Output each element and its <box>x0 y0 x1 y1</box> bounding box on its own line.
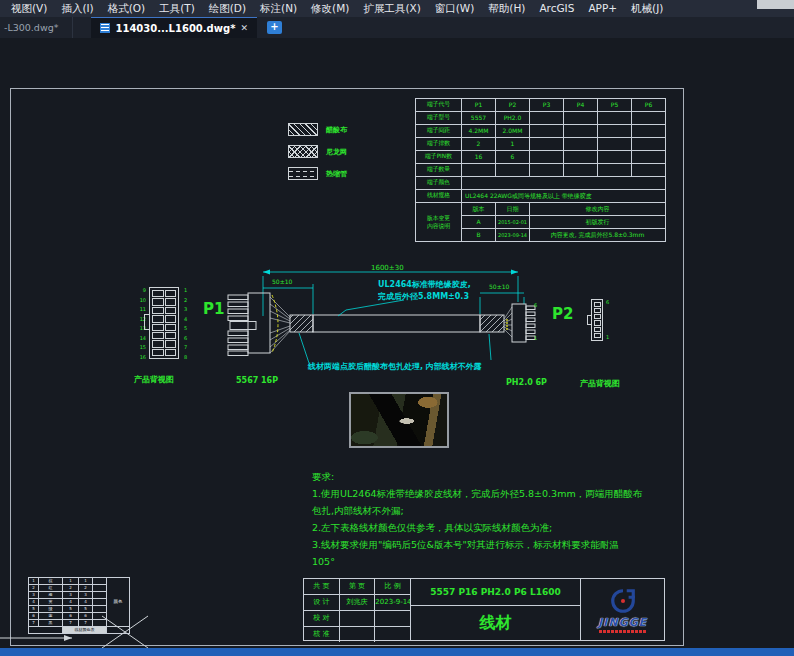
pin-cavity <box>152 315 164 322</box>
menu-item-3[interactable]: 工具(T) <box>152 0 202 17</box>
approver-row: 核 准 <box>304 627 410 642</box>
wire-cell: 6 <box>79 613 93 620</box>
pin-cavity <box>165 290 177 297</box>
menu-item-7[interactable]: 扩展工具(X) <box>356 0 427 17</box>
wire-bottom-cell: 线材颜色表 <box>63 627 107 634</box>
pin-number: 11 <box>131 307 146 312</box>
term-cell <box>598 151 632 164</box>
wire-cell: 2 <box>29 585 39 592</box>
pin-cavity <box>165 307 177 314</box>
pin-cavity <box>165 324 177 331</box>
pin-number: 8 <box>184 355 194 360</box>
term-cell <box>530 112 564 125</box>
approve-date <box>375 627 410 642</box>
p1-connector-type-label: 5567 16P <box>236 376 278 385</box>
revision-content-cell: 内容更改, 完成后外径5.8±0.3mm <box>530 229 666 242</box>
design-date: 2023-9-14 <box>375 595 410 610</box>
term-cell: 2.0MM <box>496 125 530 138</box>
wire-cell: 1 <box>63 578 79 585</box>
approver-label: 核 准 <box>304 627 340 642</box>
legend-label: 醋酸布 <box>326 125 347 135</box>
wire-cell <box>93 592 107 599</box>
designer-row: 设 计 刘兆庆 2023-9-14 <box>304 595 410 611</box>
tab-background-file[interactable]: -L300.dwg* <box>0 17 73 38</box>
window-corner <box>757 0 794 9</box>
menu-item-10[interactable]: ArcGIS <box>532 0 581 17</box>
term-cell <box>598 138 632 151</box>
pin-number: 14 <box>131 336 146 341</box>
p2-rear-pin-bottom: 1 <box>606 334 609 340</box>
term-cell: P5 <box>598 99 632 112</box>
product-photo <box>349 392 449 448</box>
term-cell <box>632 138 666 151</box>
new-tab-button[interactable]: + <box>267 21 282 34</box>
pin-cavity <box>152 324 164 331</box>
term-cell <box>632 112 666 125</box>
term-cell: P6 <box>632 99 666 112</box>
term-cell <box>530 138 564 151</box>
term-cell: P2 <box>496 99 530 112</box>
p2-side-pin-top: 6 <box>534 302 537 308</box>
pin-cavity <box>594 333 601 338</box>
pin-cavity <box>594 320 601 325</box>
pin-cavity <box>594 327 601 332</box>
p1-view-label: 产品背视图 <box>134 374 174 385</box>
pin-number: 10 <box>131 298 146 303</box>
menu-item-0[interactable]: 视图(V) <box>4 0 54 17</box>
revision-block-label: 版本变更 内容说明 <box>416 203 462 242</box>
term-cell <box>598 164 632 177</box>
term-row-label: 端子数量 <box>416 164 462 177</box>
wire-cell: 黄 <box>39 599 63 606</box>
wire-cell: 4 <box>29 599 39 606</box>
menu-item-4[interactable]: 绘图(D) <box>202 0 253 17</box>
title-block-center: 5557 P16 PH2.0 P6 L1600 线材 <box>411 579 581 640</box>
wire-color-table: 1棕11颜色2红223橙334黄445绿556蓝667黑77线材颜色表 <box>28 577 130 634</box>
drawing-canvas[interactable]: 端子代号P1P2P3P4P5P6端子型号5557PH2.0端子间距4.2MM2.… <box>0 38 794 648</box>
sheet-number-label: 第 页 <box>340 579 376 594</box>
acetate-hatch-swatch <box>288 123 318 136</box>
term-cell: 2 <box>462 138 496 151</box>
menu-item-9[interactable]: 帮助(H) <box>481 0 532 17</box>
pin-cavity <box>594 314 601 319</box>
menu-item-6[interactable]: 修改(M) <box>304 0 356 17</box>
menu-item-2[interactable]: 格式(O) <box>101 0 152 17</box>
term-cell <box>598 112 632 125</box>
menu-item-11[interactable]: APP+ <box>581 0 624 17</box>
pin-cavity <box>152 340 164 347</box>
pin-cavity <box>594 308 601 313</box>
tab-close-icon[interactable]: ✕ <box>240 23 248 33</box>
right-wrap-dim: 50±10 <box>489 283 509 290</box>
menu-item-5[interactable]: 标注(N) <box>253 0 304 17</box>
p2-reference-label: P2 <box>552 305 573 323</box>
menu-item-12[interactable]: 机械(J) <box>624 0 670 17</box>
designer-label: 设 计 <box>304 595 340 610</box>
wire-cell: 7 <box>79 620 93 627</box>
wire-cell: 7 <box>63 620 79 627</box>
pin-number: 2 <box>184 298 194 303</box>
pin-number: 15 <box>131 345 146 350</box>
term-cell: P4 <box>564 99 598 112</box>
wire-cell: 5 <box>63 606 79 613</box>
wire-cell <box>93 613 107 620</box>
pin-number: 4 <box>184 317 194 322</box>
jingge-logo-icon <box>609 587 637 615</box>
wire-cell <box>93 578 107 585</box>
wire-cell <box>93 620 107 627</box>
menu-item-1[interactable]: 插入(I) <box>54 0 100 17</box>
tab-active-file[interactable]: 114030...L1600.dwg* ✕ <box>91 17 256 38</box>
jingge-logo-text: JINGGE <box>598 616 647 629</box>
term-cell <box>462 164 496 177</box>
menu-item-8[interactable]: 窗口(W) <box>428 0 482 17</box>
wire-cell: 1 <box>29 578 39 585</box>
pin-cavity <box>165 349 177 356</box>
term-cell <box>564 164 598 177</box>
heatshrink-dash-swatch <box>288 167 318 180</box>
overall-length-dim: 1600±30 <box>371 264 404 272</box>
dwg-file-icon <box>100 23 110 33</box>
term-cell: P1 <box>462 99 496 112</box>
wire-merged-label: 颜色 <box>107 578 130 627</box>
term-cell <box>530 151 564 164</box>
wire-cell: 6 <box>63 613 79 620</box>
wire-cell: 3 <box>29 592 39 599</box>
legend-label: 尼龙网 <box>326 147 347 157</box>
